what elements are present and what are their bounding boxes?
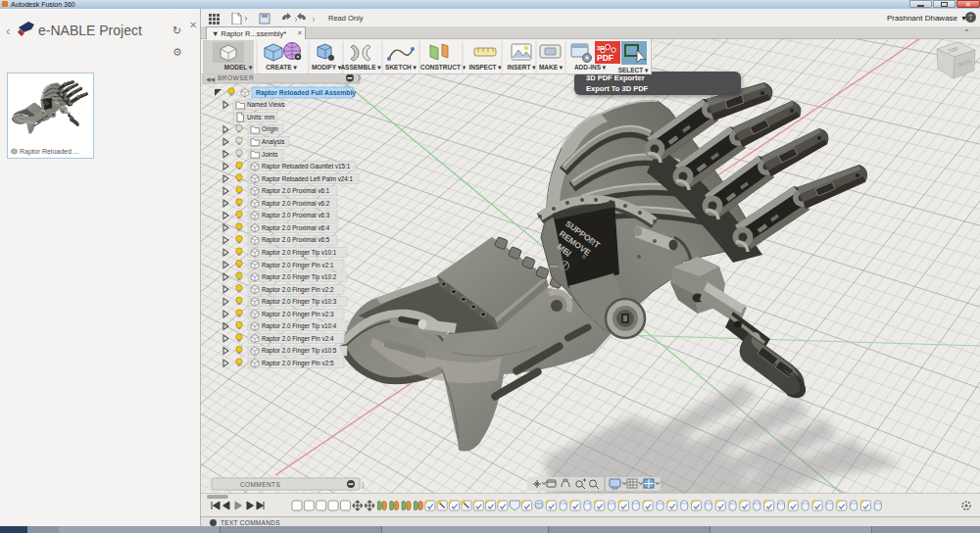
svg-text:Raptor 2.0 Finger Pin v2:5: Raptor 2.0 Finger Pin v2:5 [262, 360, 334, 367]
svg-text:Raptor 2.0 Finger Tip v10:1: Raptor 2.0 Finger Tip v10:1 [262, 249, 337, 257]
svg-text:Joints: Joints [262, 151, 277, 158]
svg-text:Raptor 2.0 Proximal v6:3: Raptor 2.0 Proximal v6:3 [262, 212, 330, 219]
svg-text:Raptor 2.0 Finger Pin v2:1: Raptor 2.0 Finger Pin v2:1 [262, 262, 334, 269]
svg-text:Raptor Reloaded Full Assembly: Raptor Reloaded Full Assembly [256, 89, 356, 97]
svg-text:Named Views: Named Views [247, 101, 285, 108]
svg-text:SELECT ▾: SELECT ▾ [618, 67, 649, 73]
svg-text:Raptor 2.0 Proximal v6:2: Raptor 2.0 Proximal v6:2 [262, 200, 330, 208]
svg-text:MAKE ▾: MAKE ▾ [539, 64, 564, 71]
svg-text:INSERT ▾: INSERT ▾ [508, 64, 537, 71]
svg-text:Raptor 2.0 Finger Pin v2:3: Raptor 2.0 Finger Pin v2:3 [262, 311, 334, 318]
svg-text:3D: 3D [597, 45, 605, 51]
svg-text:Raptor 2.0 Finger Tip v10:4: Raptor 2.0 Finger Tip v10:4 [262, 322, 337, 330]
svg-text:Raptor 2.0 Finger Tip v10:2: Raptor 2.0 Finger Tip v10:2 [262, 273, 337, 281]
svg-text:ASSEMBLE ▾: ASSEMBLE ▾ [340, 64, 381, 71]
svg-text:◀◀: ◀◀ [206, 76, 216, 82]
svg-text:Raptor 2.0 Proximal v6:4: Raptor 2.0 Proximal v6:4 [262, 224, 330, 232]
svg-text:Units: mm: Units: mm [247, 114, 274, 121]
svg-text:INSPECT ▾: INSPECT ▾ [468, 64, 502, 71]
svg-text:Raptor 2.0 Finger Tip v10:3: Raptor 2.0 Finger Tip v10:3 [262, 298, 337, 306]
svg-text:Raptor 2.0 Finger Pin v2:4: Raptor 2.0 Finger Pin v2:4 [262, 335, 334, 343]
svg-text:CONSTRUCT ▾: CONSTRUCT ▾ [420, 64, 466, 71]
svg-text:Analysis: Analysis [262, 138, 284, 146]
svg-text:Raptor 2.0 Finger Tip v10:5: Raptor 2.0 Finger Tip v10:5 [262, 347, 337, 355]
svg-text:Raptor Reloaded Gauntlet v15:1: Raptor Reloaded Gauntlet v15:1 [262, 163, 351, 170]
svg-text:MODEL ▾: MODEL ▾ [224, 64, 253, 71]
svg-text:SKETCH ▾: SKETCH ▾ [385, 64, 417, 71]
svg-text:CREATE ▾: CREATE ▾ [266, 64, 297, 71]
svg-text:MODIFY ▾: MODIFY ▾ [312, 64, 342, 71]
svg-text:Raptor Reloaded Left Palm v24:: Raptor Reloaded Left Palm v24:1 [262, 175, 354, 183]
svg-text:Raptor 2.0 Finger Pin v2:2: Raptor 2.0 Finger Pin v2:2 [262, 286, 334, 294]
svg-text:Raptor 2.0 Proximal v6:1: Raptor 2.0 Proximal v6:1 [262, 187, 330, 195]
svg-text:Raptor 2.0 Proximal v6:5: Raptor 2.0 Proximal v6:5 [262, 236, 330, 244]
svg-text:): ) [362, 481, 364, 489]
svg-text:COMMENTS: COMMENTS [240, 481, 280, 488]
svg-text:ADD-INS ▾: ADD-INS ▾ [574, 64, 607, 71]
svg-text:BROWSER: BROWSER [218, 74, 254, 81]
svg-text:Origin: Origin [262, 125, 278, 133]
svg-text:PDF: PDF [597, 53, 613, 63]
